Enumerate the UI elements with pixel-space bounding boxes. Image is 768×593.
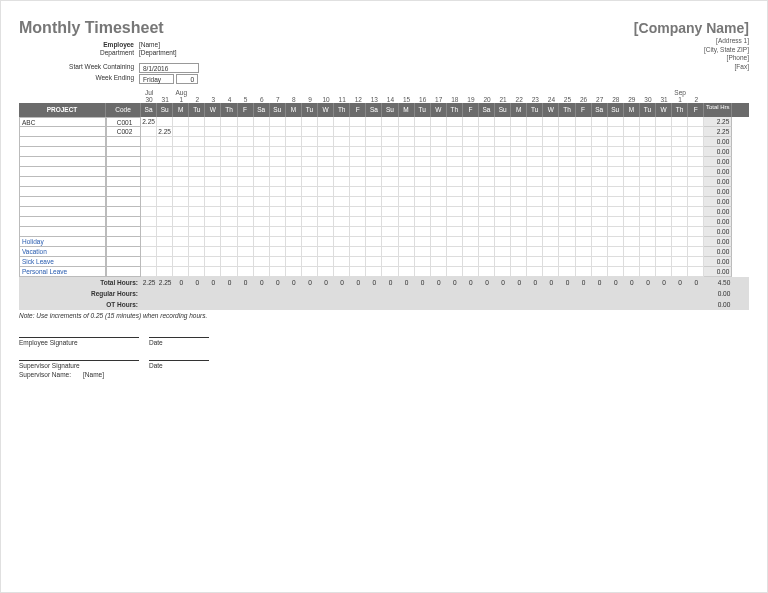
hour-cell[interactable] <box>415 127 431 137</box>
hour-cell[interactable] <box>495 137 511 147</box>
hour-cell[interactable] <box>688 167 704 177</box>
hour-cell[interactable] <box>382 217 398 227</box>
hour-cell[interactable] <box>543 267 559 277</box>
hour-cell[interactable] <box>511 217 527 227</box>
hour-cell[interactable] <box>399 197 415 207</box>
hour-cell[interactable] <box>399 147 415 157</box>
hour-cell[interactable] <box>656 137 672 147</box>
hour-cell[interactable] <box>318 167 334 177</box>
hour-cell[interactable] <box>382 157 398 167</box>
hour-cell[interactable] <box>238 257 254 267</box>
hour-cell[interactable] <box>463 257 479 267</box>
hour-cell[interactable] <box>415 147 431 157</box>
hour-cell[interactable] <box>302 157 318 167</box>
hour-cell[interactable] <box>543 237 559 247</box>
hour-cell[interactable] <box>463 237 479 247</box>
hour-cell[interactable] <box>238 167 254 177</box>
hour-cell[interactable] <box>238 247 254 257</box>
hour-cell[interactable] <box>479 207 495 217</box>
hour-cell[interactable] <box>350 147 366 157</box>
hour-cell[interactable] <box>463 197 479 207</box>
code-cell[interactable] <box>106 197 141 207</box>
hour-cell[interactable] <box>576 147 592 157</box>
hour-cell[interactable] <box>270 267 286 277</box>
hour-cell[interactable]: 2.25 <box>157 127 173 137</box>
hour-cell[interactable] <box>334 137 350 147</box>
hour-cell[interactable] <box>495 197 511 207</box>
hour-cell[interactable] <box>479 117 495 127</box>
hour-cell[interactable] <box>189 177 205 187</box>
hour-cell[interactable] <box>205 267 221 277</box>
hour-cell[interactable] <box>286 217 302 227</box>
hour-cell[interactable] <box>254 127 270 137</box>
hour-cell[interactable] <box>286 177 302 187</box>
hour-cell[interactable] <box>318 237 334 247</box>
hour-cell[interactable] <box>447 227 463 237</box>
hour-cell[interactable] <box>141 227 157 237</box>
hour-cell[interactable] <box>205 157 221 167</box>
hour-cell[interactable] <box>543 177 559 187</box>
hour-cell[interactable] <box>431 217 447 227</box>
hour-cell[interactable] <box>592 227 608 237</box>
hour-cell[interactable] <box>415 167 431 177</box>
hour-cell[interactable] <box>415 207 431 217</box>
hour-cell[interactable] <box>527 167 543 177</box>
hour-cell[interactable] <box>270 167 286 177</box>
hour-cell[interactable] <box>511 257 527 267</box>
hour-cell[interactable] <box>640 187 656 197</box>
hour-cell[interactable] <box>286 227 302 237</box>
hour-cell[interactable] <box>640 167 656 177</box>
week-ending-num[interactable]: 0 <box>176 74 198 84</box>
hour-cell[interactable] <box>334 237 350 247</box>
hour-cell[interactable] <box>447 267 463 277</box>
hour-cell[interactable] <box>366 147 382 157</box>
hour-cell[interactable] <box>399 167 415 177</box>
hour-cell[interactable] <box>688 137 704 147</box>
hour-cell[interactable] <box>608 137 624 147</box>
hour-cell[interactable] <box>463 137 479 147</box>
hour-cell[interactable] <box>318 227 334 237</box>
hour-cell[interactable] <box>511 187 527 197</box>
hour-cell[interactable] <box>366 187 382 197</box>
hour-cell[interactable] <box>640 157 656 167</box>
hour-cell[interactable] <box>672 207 688 217</box>
hour-cell[interactable] <box>286 267 302 277</box>
hour-cell[interactable] <box>543 127 559 137</box>
hour-cell[interactable] <box>576 257 592 267</box>
hour-cell[interactable] <box>366 167 382 177</box>
hour-cell[interactable] <box>479 197 495 207</box>
hour-cell[interactable] <box>527 247 543 257</box>
hour-cell[interactable] <box>592 197 608 207</box>
hour-cell[interactable] <box>640 237 656 247</box>
hour-cell[interactable] <box>141 147 157 157</box>
hour-cell[interactable] <box>624 177 640 187</box>
hour-cell[interactable] <box>688 257 704 267</box>
hour-cell[interactable] <box>576 117 592 127</box>
hour-cell[interactable] <box>157 157 173 167</box>
hour-cell[interactable] <box>576 137 592 147</box>
code-cell[interactable] <box>106 267 141 277</box>
hour-cell[interactable] <box>511 237 527 247</box>
hour-cell[interactable] <box>318 187 334 197</box>
hour-cell[interactable] <box>382 257 398 267</box>
project-cell[interactable] <box>19 187 106 197</box>
hour-cell[interactable] <box>334 187 350 197</box>
hour-cell[interactable] <box>350 207 366 217</box>
hour-cell[interactable] <box>302 117 318 127</box>
hour-cell[interactable] <box>672 267 688 277</box>
project-cell[interactable] <box>19 227 106 237</box>
hour-cell[interactable] <box>656 127 672 137</box>
hour-cell[interactable] <box>238 127 254 137</box>
hour-cell[interactable] <box>173 187 189 197</box>
hour-cell[interactable] <box>431 157 447 167</box>
hour-cell[interactable] <box>527 227 543 237</box>
hour-cell[interactable] <box>543 197 559 207</box>
hour-cell[interactable] <box>463 247 479 257</box>
hour-cell[interactable] <box>576 207 592 217</box>
hour-cell[interactable] <box>189 117 205 127</box>
project-cell[interactable]: Holiday <box>19 237 106 247</box>
hour-cell[interactable] <box>189 257 205 267</box>
project-cell[interactable] <box>19 177 106 187</box>
hour-cell[interactable] <box>447 137 463 147</box>
hour-cell[interactable] <box>608 177 624 187</box>
